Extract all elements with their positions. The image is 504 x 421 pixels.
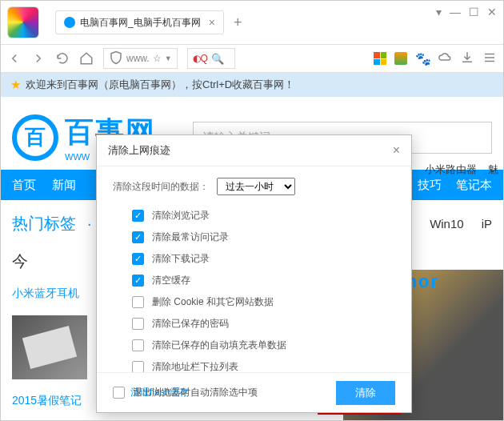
shield-icon [109,50,123,67]
dialog-title: 清除上网痕迹 [108,143,170,158]
clear-button[interactable]: 清除 [336,381,395,405]
clear-browsing-data-dialog: 清除上网痕迹 × 清除这段时间的数据： 过去一小时 ✓清除浏览记录✓清除最常访问… [96,134,412,413]
tab-close-icon[interactable]: × [209,16,215,29]
clear-option-label: 清除浏览记录 [152,209,210,223]
banner-text: 欢迎来到百事网（原电脑百事网），按Ctrl+D收藏百事网！ [26,78,294,92]
search-engine-icon: ◐Q [193,53,208,64]
nav-item[interactable]: 技巧 [418,178,442,193]
clear-option-label: 清除已保存的密码 [152,317,229,331]
new-tab-button[interactable]: + [234,14,242,31]
clear-option-row: ✓清除最常访问记录 [113,227,395,248]
baidu-paw-icon[interactable]: 🐾 [415,51,430,66]
maximize-icon[interactable]: ☐ [469,6,479,18]
tab-title: 电脑百事网_电脑手机百事网 [80,16,201,30]
clear-option-checkbox[interactable] [132,339,144,351]
clear-option-label: 删除 Cookie 和其它网站数据 [152,295,274,309]
close-icon[interactable]: ✕ [487,6,497,18]
tab-favicon [64,17,75,28]
dialog-close-icon[interactable]: × [393,143,400,158]
nav-item[interactable]: 首页 [12,178,36,193]
clear-option-checkbox[interactable] [132,318,144,330]
side-link[interactable]: 魅 [488,162,498,177]
forward-button[interactable] [31,51,46,66]
clear-option-row: ✓清除下载记录 [113,248,395,270]
url-text: www. [126,53,150,64]
download-icon[interactable] [460,50,474,67]
clear-option-label: 清空缓存 [152,274,190,287]
app-logo[interactable] [7,6,39,38]
side-link[interactable]: 小米路由器 [425,162,477,177]
nav-item[interactable]: 笔记本 [456,178,492,193]
clear-option-checkbox[interactable]: ✓ [132,210,144,222]
nav-item[interactable]: 新闻 [52,178,76,193]
clear-option-checkbox[interactable]: ✓ [132,275,144,287]
clear-option-checkbox[interactable] [132,296,144,308]
tag-link[interactable]: Win10 [430,217,464,231]
back-button[interactable] [7,51,22,66]
url-dropdown-icon[interactable]: ▼ [165,54,172,62]
clear-option-row: 删除 Cookie 和其它网站数据 [113,291,395,313]
auto-clear-checkbox[interactable] [113,387,125,399]
minimize-icon[interactable]: — [450,6,461,18]
clear-option-checkbox[interactable]: ✓ [132,253,144,265]
reload-button[interactable] [55,51,70,66]
timerange-label: 清除这段时间的数据： [113,180,209,194]
clear-option-label: 清除最常访问记录 [152,231,229,244]
article-thumbnail[interactable] [12,315,87,379]
clear-option-label: 清除已保存的自动填充表单数据 [152,339,286,352]
search-bar[interactable]: ◐Q 🔍 [187,48,235,69]
tag-link[interactable]: iP [482,217,492,231]
browser-tab[interactable]: 电脑百事网_电脑手机百事网 × [55,10,224,34]
url-bar[interactable]: www. ☆ ▼ [103,48,178,69]
welcome-banner: ★ 欢迎来到百事网（原电脑百事网），按Ctrl+D收藏百事网！ [1,73,503,97]
home-button[interactable] [79,51,94,66]
clear-option-row: ✓清除浏览记录 [113,205,395,227]
star-icon: ★ [10,78,21,92]
timerange-select[interactable]: 过去一小时 [217,178,295,195]
extension-icon[interactable] [394,52,407,65]
tags-label: 热门标签 [12,213,76,235]
star-icon[interactable]: ☆ [153,53,162,64]
logo-circle: 百 [12,114,58,161]
clear-option-checkbox[interactable]: ✓ [132,231,144,243]
tags-dot: · [87,215,92,233]
search-icon: 🔍 [211,53,224,65]
clear-option-checkbox[interactable] [132,361,144,373]
clear-option-row: ✓清空缓存 [113,270,395,291]
clear-option-label: 清除下载记录 [152,252,210,266]
cloud-icon[interactable] [438,50,452,67]
menu-bars-icon[interactable] [482,50,497,67]
auto-clear-label: 退出浏览器时自动清除选中项 [133,386,258,399]
microsoft-icon[interactable] [374,52,386,65]
clear-option-row: 清除已保存的自动填充表单数据 [113,335,395,356]
menu-icon[interactable]: ▾ [436,6,442,18]
clear-option-row: 清除已保存的密码 [113,313,395,335]
